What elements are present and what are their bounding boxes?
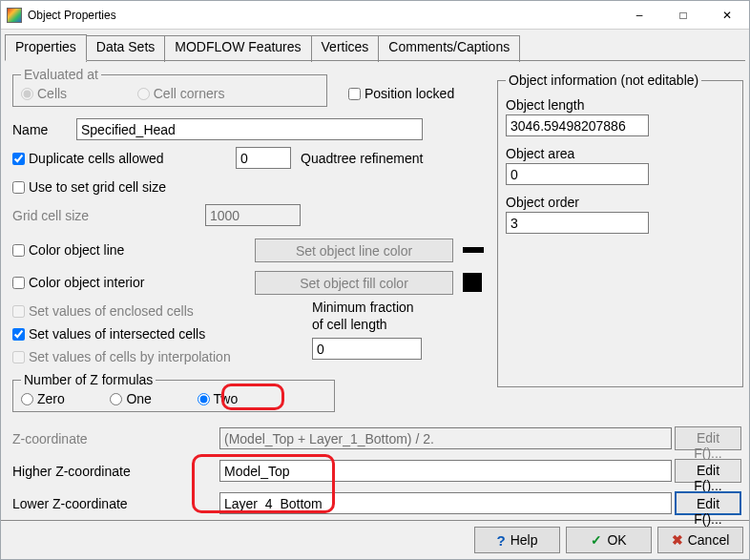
checkbox-sv-enclosed: Set values of enclosed cells: [12, 303, 194, 319]
lower-z-input[interactable]: [219, 492, 672, 514]
radio-cell-corners-input: [137, 88, 150, 100]
object-area-label: Object area: [506, 146, 735, 161]
checkbox-use-grid-cell-size-input[interactable]: [12, 181, 25, 194]
checkbox-duplicate-cells[interactable]: Duplicate cells allowed: [12, 151, 164, 166]
object-length-value: [506, 114, 649, 136]
object-order-value: [506, 212, 649, 234]
minimize-button[interactable]: –: [617, 1, 661, 30]
button-editf-lower[interactable]: Edit F()...: [675, 491, 741, 515]
radio-z-two-input[interactable]: [198, 393, 210, 405]
z-coord-label: Z-coordinate: [12, 431, 88, 446]
higher-z-label: Higher Z-coordinate: [12, 464, 131, 479]
radio-z-zero-input[interactable]: [21, 393, 33, 405]
name-input[interactable]: [76, 118, 423, 140]
higher-z-input[interactable]: [219, 460, 672, 482]
fill-color-swatch: [463, 273, 482, 292]
z-coord-input: [219, 427, 672, 449]
checkbox-sv-intersected-input[interactable]: [12, 328, 25, 341]
quadtree-label: Quadtree refinement: [301, 151, 423, 166]
checkbox-sv-intersected[interactable]: Set values of intersected cells: [12, 326, 205, 342]
checkbox-position-locked-input[interactable]: [348, 88, 361, 100]
checkbox-sv-interp: Set values of cells by interpolation: [12, 349, 231, 364]
radio-cells-input: [21, 88, 33, 100]
name-label: Name: [12, 122, 48, 137]
dialog-footer: ?Help ✓OK ✖Cancel: [1, 520, 749, 559]
group-num-z-legend: Number of Z formulas: [21, 372, 156, 387]
x-icon: ✖: [672, 532, 683, 548]
window: Object Properties – □ ✕ Properties Data …: [0, 0, 750, 560]
ok-button[interactable]: ✓OK: [566, 527, 652, 553]
tab-panel: Evaluated at Cells Cell corners Position…: [5, 60, 745, 520]
line-color-swatch: [463, 247, 484, 253]
close-button[interactable]: ✕: [705, 1, 749, 30]
button-set-line-color: Set object line color: [255, 239, 453, 262]
tab-vertices[interactable]: Vertices: [311, 35, 380, 62]
object-area-value: [506, 163, 649, 185]
lower-z-label: Lower Z-coordinate: [12, 496, 128, 511]
group-evaluated-at: Evaluated at Cells Cell corners: [12, 67, 327, 107]
checkbox-color-object-line-input[interactable]: [12, 244, 25, 257]
tab-properties[interactable]: Properties: [5, 34, 87, 61]
quadtree-input[interactable]: [236, 147, 291, 169]
group-object-info-legend: Object information (not editable): [506, 73, 701, 88]
minfrac-label1: Minimum fraction: [312, 300, 414, 315]
checkbox-duplicate-cells-input[interactable]: [12, 153, 25, 165]
checkbox-color-object-interior-input[interactable]: [12, 277, 25, 289]
radio-z-one-input[interactable]: [110, 393, 122, 405]
checkbox-sv-interp-input: [12, 351, 25, 363]
group-object-info: Object information (not editable) Object…: [497, 73, 743, 387]
button-editf-z: Edit F()...: [675, 426, 741, 450]
radio-z-two[interactable]: Two: [198, 391, 239, 406]
titlebar: Object Properties – □ ✕: [1, 1, 749, 30]
grid-cell-size-input: [205, 204, 301, 226]
radio-cell-corners: Cell corners: [137, 86, 225, 101]
tab-strip: Properties Data Sets MODFLOW Features Ve…: [1, 30, 749, 60]
window-title: Object Properties: [28, 9, 617, 22]
check-icon: ✓: [591, 532, 602, 548]
button-set-fill-color: Set object fill color: [255, 271, 453, 295]
group-num-z: Number of Z formulas Zero One Two: [12, 372, 335, 412]
checkbox-position-locked[interactable]: Position locked: [348, 86, 454, 101]
object-length-label: Object length: [506, 97, 735, 113]
button-editf-higher[interactable]: Edit F()...: [675, 459, 741, 483]
help-icon: ?: [497, 532, 506, 549]
checkbox-sv-enclosed-input: [12, 305, 25, 318]
maximize-button[interactable]: □: [661, 1, 705, 30]
checkbox-color-object-line[interactable]: Color object line: [12, 242, 124, 258]
grid-cell-size-label: Grid cell size: [12, 208, 89, 223]
radio-cells: Cells: [21, 86, 67, 101]
object-order-label: Object order: [506, 195, 735, 210]
help-button[interactable]: ?Help: [474, 527, 560, 553]
minfrac-input[interactable]: [312, 338, 422, 360]
app-icon: [7, 8, 22, 23]
group-evaluated-at-legend: Evaluated at: [21, 67, 101, 82]
checkbox-use-grid-cell-size[interactable]: Use to set grid cell size: [12, 179, 166, 195]
tab-data-sets[interactable]: Data Sets: [86, 35, 165, 62]
minfrac-label2: of cell length: [312, 317, 387, 332]
radio-z-one[interactable]: One: [110, 391, 151, 406]
tab-modflow-features[interactable]: MODFLOW Features: [164, 35, 311, 62]
tab-comments[interactable]: Comments/Captions: [378, 35, 520, 62]
checkbox-color-object-interior[interactable]: Color object interior: [12, 275, 144, 290]
cancel-button[interactable]: ✖Cancel: [657, 527, 743, 553]
radio-z-zero[interactable]: Zero: [21, 391, 65, 406]
